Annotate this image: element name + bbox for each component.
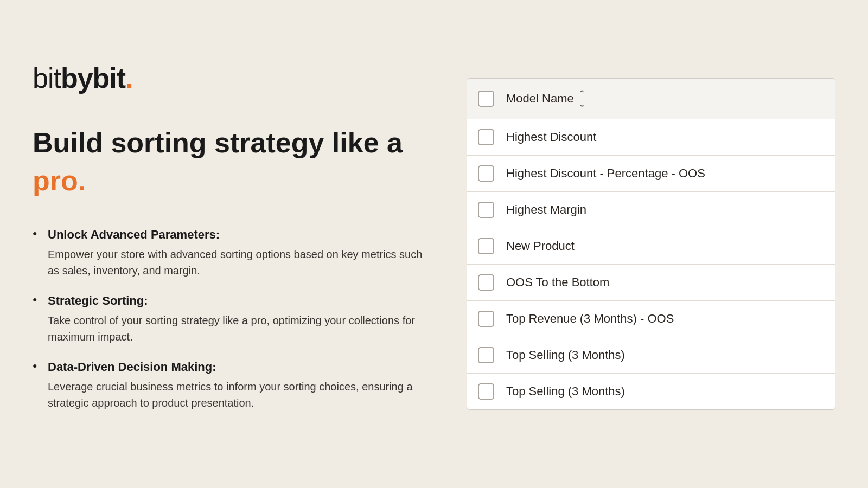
item-label-7: Top Selling (3 Months) [506, 384, 625, 399]
sort-icon: ⌃⌄ [578, 88, 585, 109]
logo-bit2: bit [93, 62, 126, 94]
checkbox-1[interactable] [478, 165, 494, 182]
bullet-body-1: Empower your store with advanced sorting… [48, 246, 423, 279]
bullet-item-2: Strategic Sorting: Take control of your … [33, 294, 423, 345]
bullet-title-3: Data-Driven Decision Making: [48, 360, 423, 374]
checkbox-0[interactable] [478, 129, 494, 145]
checkbox-6[interactable] [478, 347, 494, 363]
item-label-0: Highest Discount [506, 130, 596, 144]
left-panel: bitbybit. Build sorting strategy like a … [33, 62, 467, 427]
main-container: bitbybit. Build sorting strategy like a … [0, 0, 868, 488]
item-label-6: Top Selling (3 Months) [506, 348, 625, 362]
dropdown-container: Model Name ⌃⌄ Highest Discount Highest D… [467, 78, 835, 410]
item-label-1: Highest Discount - Percentage - OOS [506, 166, 705, 181]
logo-bit1: bit [33, 62, 61, 94]
bullet-item-3: Data-Driven Decision Making: Leverage cr… [33, 360, 423, 411]
bullet-list: Unlock Advanced Parameters: Empower your… [33, 228, 423, 411]
right-panel: Model Name ⌃⌄ Highest Discount Highest D… [467, 78, 835, 410]
item-label-4: OOS To the Bottom [506, 275, 609, 290]
headline: Build sorting strategy like a pro. [33, 127, 423, 197]
list-item[interactable]: New Product [467, 228, 835, 265]
header-checkbox[interactable] [478, 91, 494, 107]
bullet-body-2: Take control of your sorting strategy li… [48, 312, 423, 345]
logo-by: by [61, 62, 93, 94]
item-label-5: Top Revenue (3 Months) - OOS [506, 312, 674, 326]
checkbox-4[interactable] [478, 274, 494, 291]
dropdown-header[interactable]: Model Name ⌃⌄ [467, 79, 835, 119]
checkbox-5[interactable] [478, 311, 494, 327]
item-label-3: New Product [506, 239, 575, 253]
bullet-title-1: Unlock Advanced Parameters: [48, 228, 423, 242]
headline-line2: pro. [33, 164, 423, 197]
item-label-2: Highest Margin [506, 203, 586, 217]
headline-line1: Build sorting strategy like a [33, 127, 423, 159]
bullet-item-1: Unlock Advanced Parameters: Empower your… [33, 228, 423, 279]
checkbox-7[interactable] [478, 383, 494, 400]
list-item[interactable]: OOS To the Bottom [467, 265, 835, 301]
list-item[interactable]: Highest Discount [467, 119, 835, 156]
list-item[interactable]: Highest Margin [467, 192, 835, 228]
list-item[interactable]: Top Revenue (3 Months) - OOS [467, 301, 835, 337]
bullet-body-3: Leverage crucial business metrics to inf… [48, 378, 423, 411]
checkbox-2[interactable] [478, 202, 494, 218]
logo: bitbybit. [33, 62, 423, 94]
list-item[interactable]: Top Selling (3 Months) [467, 374, 835, 409]
bullet-title-2: Strategic Sorting: [48, 294, 423, 308]
divider [33, 208, 384, 208]
list-item[interactable]: Highest Discount - Percentage - OOS [467, 156, 835, 192]
header-label: Model Name [506, 92, 574, 106]
list-item[interactable]: Top Selling (3 Months) [467, 337, 835, 374]
logo-dot: . [125, 62, 132, 94]
logo-text: bitbybit. [33, 62, 133, 94]
checkbox-3[interactable] [478, 238, 494, 254]
